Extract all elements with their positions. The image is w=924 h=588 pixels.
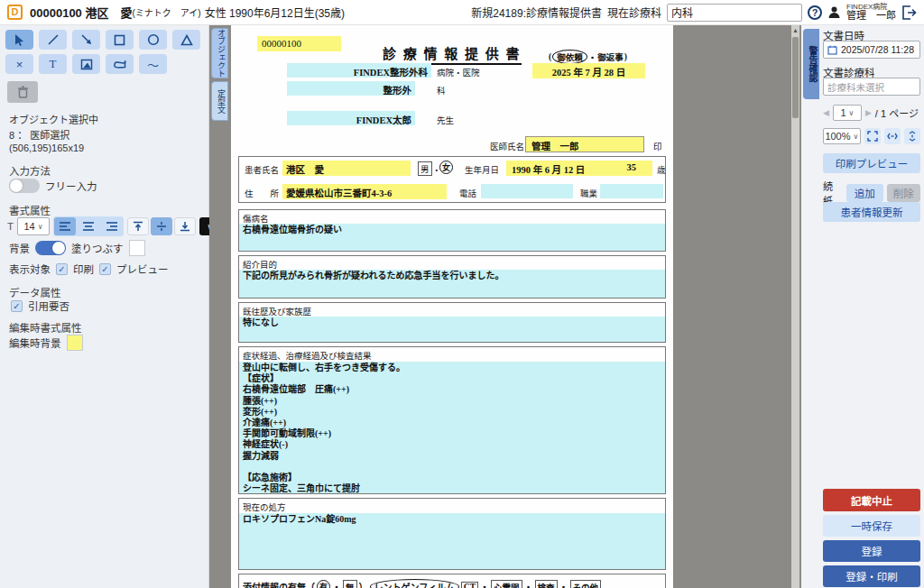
addressee-doctor-field[interactable]: FINDEX太郎 [287, 111, 415, 125]
quote-required-label: 引用要否 [28, 299, 69, 313]
section-text-field[interactable]: 登山中に転倒し、右手をつき受傷する。 【症状】 右橈骨遠位端部 圧痛(++) 腫… [239, 362, 665, 493]
current-department-label: 現在診療科 [607, 5, 661, 20]
delete-object-button[interactable] [7, 81, 38, 103]
referral-department-field[interactable]: 整形外 [287, 81, 415, 96]
section-referral-purpose: 紹介目的 下記の所見がみられ骨折が疑われるため応急手当を行いました。 [238, 255, 666, 299]
fill-color-swatch[interactable] [129, 240, 145, 256]
page-prev-icon[interactable]: ◀ [823, 108, 829, 117]
section-history: 既往歴及び家族歴 特になし [238, 302, 666, 343]
rectangle-tool-button[interactable] [106, 30, 134, 50]
job-field[interactable] [600, 184, 663, 198]
patient-name-field[interactable]: 港区 愛 [282, 161, 411, 176]
doc-department-input[interactable]: 診療科未選択 [823, 78, 920, 96]
valign-bottom-button[interactable] [174, 217, 196, 235]
address-field[interactable]: 愛媛県松山市三番町4-3-6 [282, 184, 447, 199]
address-label: 住 所 [245, 187, 279, 199]
phone-field[interactable] [481, 184, 573, 198]
fit-height-button[interactable] [904, 128, 920, 144]
select-tool-button[interactable] [5, 30, 33, 50]
attachment-item-ecg[interactable]: 心電図 [491, 580, 522, 588]
doc-datetime-value: 2025/07/28 11:28 [841, 44, 914, 55]
seal-label: 印 [653, 140, 662, 152]
preview-label: プレビュー [116, 262, 169, 276]
document-patient-id-field[interactable]: 00000100 [257, 36, 341, 51]
line-icon [47, 33, 60, 46]
temp-save-button[interactable]: 一時保存 [823, 515, 920, 537]
quote-required-checkbox[interactable]: ✓ [11, 300, 23, 312]
cross-tool-button[interactable]: × [5, 54, 33, 74]
attachment-prefix: 添付情報の有無（ [243, 580, 315, 588]
referral-hospital-field[interactable]: FINDEX整形外科 [287, 63, 431, 78]
patient-info-update-button[interactable]: 患者情報更新 [823, 202, 920, 222]
triangle-tool-button[interactable] [172, 30, 200, 50]
section-label: 現在の処方 [239, 499, 665, 514]
patient-kana: (ミナトク アイ) [132, 5, 200, 19]
tab-objects[interactable]: オブジェクト [211, 28, 228, 78]
current-department-input[interactable] [667, 4, 802, 22]
doctor-name-field-selected[interactable]: 管理 一郎 [525, 136, 644, 152]
align-center-icon [82, 221, 95, 232]
attachment-item-xray-circled[interactable]: レントゲンフィルム [370, 579, 459, 588]
help-icon[interactable]: ? [808, 5, 822, 20]
register-print-button[interactable]: 登録・印刷 [823, 565, 920, 587]
attachment-item-other[interactable]: その他 [570, 580, 602, 588]
polygon-tool-button[interactable] [106, 54, 134, 74]
delete-page-button[interactable]: 削除 [887, 184, 920, 202]
fit-width-button[interactable] [884, 128, 901, 144]
page-next-icon[interactable]: ▶ [865, 108, 872, 117]
edit-background-swatch[interactable] [67, 335, 83, 351]
gender-male-option[interactable]: 男 [418, 161, 432, 176]
preview-checkbox[interactable]: ✓ [99, 263, 111, 275]
register-button[interactable]: 登録 [823, 540, 920, 562]
tab-warning-check[interactable]: 警告確認 [803, 29, 819, 99]
attachment-no-option[interactable]: 無 [343, 580, 357, 588]
canvas-scrollbar[interactable]: ▲ [791, 25, 799, 588]
text-tool-icon: T [50, 57, 57, 71]
doc-datetime-field[interactable]: 2025/07/28 11:28 [823, 41, 920, 59]
document-date-field[interactable]: 2025 年 7 月 28 日 [532, 63, 645, 78]
fill-toggle[interactable] [35, 241, 66, 255]
reply-option[interactable]: 御返事 [597, 51, 624, 63]
fit-page-button[interactable] [864, 128, 881, 144]
section-text-field[interactable]: 下記の所見がみられ骨折が疑われるため応急手当を行いました。 [239, 270, 665, 298]
section-text-field[interactable]: ロキソプロフェンNa錠60mg [239, 513, 665, 569]
text-tool-button[interactable]: T [39, 54, 67, 74]
add-page-button[interactable]: 追加 [846, 184, 883, 202]
curve-tool-button[interactable]: ～ [139, 54, 167, 74]
request-option-circled[interactable]: 御依頼 [552, 50, 587, 64]
print-checkbox[interactable]: ✓ [56, 263, 68, 275]
align-right-button[interactable] [101, 217, 123, 235]
valign-middle-button[interactable] [151, 217, 172, 235]
tab-templates[interactable]: 定型文 [211, 81, 228, 121]
drawing-toolbar: × T ～ [5, 30, 206, 74]
scroll-up-icon[interactable]: ▲ [791, 25, 799, 36]
arrow-tool-button[interactable] [72, 30, 100, 50]
gender-female-option-circled[interactable]: 女 [439, 161, 453, 174]
scrollbar-thumb[interactable] [792, 37, 799, 118]
user-icon [827, 5, 841, 19]
abort-entry-button[interactable]: 記載中止 [823, 489, 920, 511]
align-left-button[interactable] [54, 217, 76, 235]
zoom-value: 100% [825, 131, 850, 142]
font-size-select[interactable]: 14 ∨ [17, 217, 50, 235]
addressee-suffix-label: 先生 [437, 114, 454, 126]
print-preview-button[interactable]: 印刷プレビュー [823, 153, 920, 173]
valign-top-button[interactable] [127, 217, 149, 235]
attachment-yes-circled[interactable]: 有 [317, 580, 330, 588]
logout-icon[interactable] [901, 5, 917, 20]
page-select[interactable]: 1 ∨ [833, 105, 862, 121]
ellipse-tool-button[interactable] [139, 30, 167, 50]
zoom-select[interactable]: 100% ∨ [823, 128, 861, 144]
attachment-item-test[interactable]: 検査 [535, 580, 558, 588]
birthdate-field[interactable]: 1990 年 6 月 12 日 35 [506, 161, 652, 176]
attachment-item-ct[interactable]: CT [461, 582, 478, 588]
section-text-field[interactable]: 特になし [239, 317, 665, 342]
free-input-toggle[interactable] [9, 179, 40, 193]
align-center-button[interactable] [78, 217, 99, 235]
section-text-field[interactable]: 右橈骨遠位端骨折の疑い [239, 224, 665, 251]
document-page[interactable]: 00000100 診 療 情 報 提 供 書 ( 御依頼 ・ 御返事 ) FIN… [231, 25, 673, 588]
valign-middle-icon [156, 221, 167, 232]
chevron-down-icon: ∨ [854, 133, 859, 141]
line-tool-button[interactable] [39, 30, 67, 50]
image-tool-button[interactable] [72, 54, 100, 74]
